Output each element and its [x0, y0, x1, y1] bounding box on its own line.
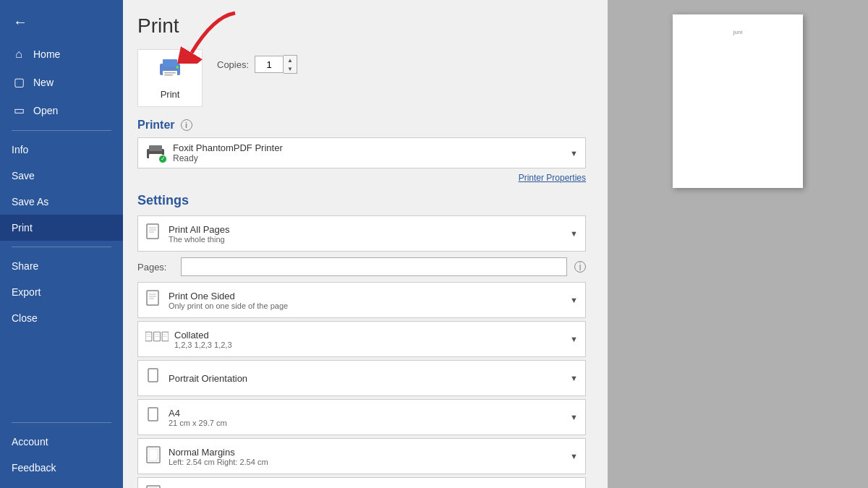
- sidebar-item-info-label: Info: [12, 144, 28, 155]
- print-all-pages-main: Print All Pages: [169, 224, 564, 235]
- margins-main: Normal Margins: [169, 447, 564, 458]
- print-btn-wrapper: Print: [137, 49, 203, 107]
- open-icon: ▭: [12, 103, 26, 117]
- paper-size-arrow: ▼: [570, 413, 578, 421]
- sidebar-item-home-label: Home: [33, 48, 60, 60]
- svg-rect-28: [148, 408, 158, 421]
- printer-icon-wrap: ✓: [145, 143, 167, 163]
- print-button[interactable]: Print: [137, 49, 203, 107]
- setting-pages-per-sheet[interactable]: 1 Page Per Sheet ▼: [137, 477, 586, 488]
- printer-section-title: Printer i: [137, 119, 586, 132]
- copies-input-wrap: ▲ ▼: [255, 55, 297, 74]
- print-button-row: Print Copies:: [137, 49, 586, 107]
- paper-size-sub: 21 cm x 29.7 cm: [169, 419, 564, 427]
- svg-rect-3: [164, 72, 176, 74]
- collated-text: Collated 1,2,3 1,2,3 1,2,3: [174, 330, 564, 349]
- print-one-sided-sub: Only print on one side of the page: [169, 301, 564, 310]
- sidebar-item-save[interactable]: Save: [0, 163, 123, 189]
- sidebar-item-account-label: Account: [12, 436, 48, 448]
- preview-page: juni: [673, 14, 803, 188]
- print-all-pages-arrow: ▼: [570, 229, 578, 238]
- collated-icon: [145, 329, 169, 349]
- sidebar-item-feedback[interactable]: Feedback: [0, 455, 123, 481]
- collated-sub: 1,2,3 1,2,3 1,2,3: [174, 341, 564, 349]
- printer-info: Foxit PhantomPDF Printer Ready: [173, 142, 564, 163]
- back-button[interactable]: ←: [4, 6, 36, 38]
- left-panel: Print: [123, 0, 608, 488]
- sidebar-nav-top: ⌂ Home ▢ New ▭ Open: [0, 40, 123, 124]
- portrait-arrow: ▼: [570, 374, 578, 382]
- setting-portrait[interactable]: Portrait Orientation ▼: [137, 360, 586, 396]
- copies-down-button[interactable]: ▼: [284, 64, 297, 73]
- sidebar-item-share-label: Share: [12, 260, 38, 272]
- setting-paper-size[interactable]: A4 21 cm x 29.7 cm ▼: [137, 399, 586, 435]
- sidebar-item-home[interactable]: ⌂ Home: [0, 40, 123, 68]
- print-one-sided-text: Print One Sided Only print on one side o…: [169, 291, 564, 310]
- pages-input[interactable]: [181, 257, 567, 276]
- sidebar-item-open-label: Open: [33, 105, 58, 116]
- svg-rect-10: [147, 224, 158, 239]
- printer-info-icon[interactable]: i: [181, 119, 192, 131]
- svg-rect-1: [163, 59, 177, 67]
- printer-status-dot: ✓: [158, 155, 167, 163]
- print-btn-label: Print: [161, 89, 180, 100]
- print-all-pages-sub: The whole thing: [169, 235, 564, 244]
- sidebar-nav-mid2: Share Export Close: [0, 253, 123, 331]
- svg-rect-30: [149, 449, 158, 461]
- copies-up-button[interactable]: ▲: [284, 56, 297, 64]
- sidebar: ← ⌂ Home ▢ New ▭ Open Info Save Save As …: [0, 0, 123, 488]
- printer-properties-link[interactable]: Printer Properties: [137, 173, 586, 183]
- print-all-pages-icon: [145, 223, 163, 244]
- paper-size-icon: [145, 407, 163, 427]
- svg-rect-27: [148, 369, 158, 382]
- sidebar-item-new-label: New: [33, 77, 54, 88]
- printer-select[interactable]: ✓ Foxit PhantomPDF Printer Ready ▼: [137, 137, 586, 168]
- print-container: Print: [123, 0, 868, 488]
- sidebar-item-share[interactable]: Share: [0, 253, 123, 279]
- pages-info-icon[interactable]: i: [574, 261, 586, 273]
- pages-row: Pages: i: [137, 254, 586, 279]
- sidebar-divider-1: [12, 130, 111, 131]
- sidebar-item-open[interactable]: ▭ Open: [0, 96, 123, 124]
- margins-text: Normal Margins Left: 2.54 cm Right: 2.54…: [169, 447, 564, 466]
- svg-rect-4: [164, 74, 173, 76]
- new-icon: ▢: [12, 75, 26, 89]
- sidebar-item-save-as[interactable]: Save As: [0, 189, 123, 215]
- copies-area: Copies: ▲ ▼: [217, 55, 297, 74]
- setting-margins[interactable]: Normal Margins Left: 2.54 cm Right: 2.54…: [137, 438, 586, 474]
- settings-section-title: Settings: [137, 193, 586, 208]
- copies-spinner: ▲ ▼: [284, 55, 297, 74]
- portrait-icon: [145, 368, 163, 388]
- sidebar-item-close[interactable]: Close: [0, 305, 123, 331]
- sidebar-item-export[interactable]: Export: [0, 279, 123, 305]
- printer-dropdown-arrow: ▼: [570, 149, 578, 158]
- sidebar-item-new[interactable]: ▢ New: [0, 68, 123, 96]
- printer-status: Ready: [173, 153, 564, 163]
- sidebar-item-export-label: Export: [12, 286, 41, 298]
- setting-collated[interactable]: Collated 1,2,3 1,2,3 1,2,3 ▼: [137, 321, 586, 357]
- preview-text: juni: [733, 29, 742, 35]
- sidebar-item-info[interactable]: Info: [0, 137, 123, 163]
- margins-sub: Left: 2.54 cm Right: 2.54 cm: [169, 458, 564, 466]
- setting-print-one-sided[interactable]: Print One Sided Only print on one side o…: [137, 282, 586, 318]
- sidebar-nav-bottom: Account Feedback: [0, 416, 123, 488]
- main-area: Print: [123, 0, 868, 488]
- sidebar-divider-2: [12, 247, 111, 247]
- sidebar-item-print-label: Print: [12, 222, 33, 234]
- setting-print-all-pages[interactable]: Print All Pages The whole thing ▼: [137, 215, 586, 252]
- print-one-sided-arrow: ▼: [570, 296, 578, 304]
- copies-input[interactable]: [255, 56, 284, 73]
- portrait-main: Portrait Orientation: [169, 373, 564, 384]
- margins-arrow: ▼: [570, 452, 578, 461]
- sidebar-item-print[interactable]: Print: [0, 215, 123, 241]
- collated-arrow: ▼: [570, 335, 578, 343]
- sidebar-item-account[interactable]: Account: [0, 429, 123, 455]
- portrait-text: Portrait Orientation: [169, 373, 564, 384]
- printer-icon: [157, 56, 183, 85]
- back-icon: ←: [13, 14, 27, 30]
- sidebar-item-feedback-label: Feedback: [12, 462, 56, 474]
- collated-main: Collated: [174, 330, 564, 341]
- pages-label: Pages:: [137, 262, 174, 273]
- print-one-sided-icon: [145, 290, 163, 310]
- margins-icon: [145, 446, 163, 466]
